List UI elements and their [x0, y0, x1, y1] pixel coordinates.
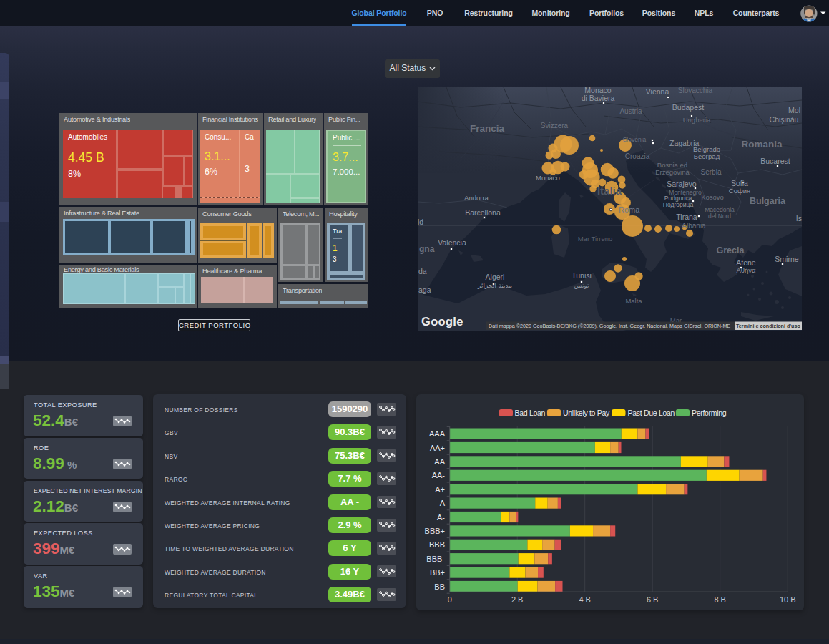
svg-text:Albania: Albania	[682, 222, 706, 230]
svg-text:AA-: AA-	[432, 471, 446, 479]
svg-text:Ungheria: Ungheria	[683, 116, 711, 124]
svg-text:4 B: 4 B	[579, 595, 591, 604]
svg-text:Slovacchia: Slovacchia	[678, 87, 713, 94]
svg-text:Termini e condizioni d'uso: Termini e condizioni d'uso	[736, 323, 800, 329]
svg-text:Vienna: Vienna	[646, 87, 669, 96]
svg-text:AA: AA	[434, 457, 445, 466]
svg-text:Budapest: Budapest	[672, 103, 704, 112]
svg-text:Београд: Београд	[694, 152, 720, 160]
svg-text:تونس: تونس	[574, 282, 589, 289]
svg-text:del Nord: del Nord	[708, 213, 731, 220]
svg-text:Malta: Malta	[625, 297, 642, 305]
svg-text:Mol: Mol	[788, 106, 800, 114]
svg-text:6 B: 6 B	[647, 595, 659, 604]
svg-text:Algeri: Algeri	[486, 273, 505, 281]
svg-text:Italia: Italia	[597, 185, 622, 197]
svg-text:0: 0	[448, 595, 452, 604]
svg-text:aga: aga	[418, 286, 431, 294]
svg-text:Slovenia: Slovenia	[623, 136, 647, 143]
svg-text:Past Due Loan: Past Due Loan	[628, 409, 675, 417]
svg-text:A: A	[440, 499, 446, 507]
svg-text:10 B: 10 B	[780, 595, 796, 604]
svg-text:Mar Tirreno: Mar Tirreno	[578, 235, 613, 243]
svg-text:Andorra: Andorra	[464, 194, 489, 202]
svg-text:Unlikely to Pay: Unlikely to Pay	[563, 409, 610, 417]
svg-text:Tunisi: Tunisi	[572, 271, 592, 280]
svg-text:di Baviera: di Baviera	[582, 94, 615, 102]
svg-text:مدينة الجزائر: مدينة الجزائر	[477, 282, 512, 289]
svg-text:Serbia: Serbia	[701, 168, 722, 176]
svg-text:Svizzera: Svizzera	[541, 122, 569, 130]
svg-text:Sarajevo: Sarajevo	[667, 180, 697, 188]
svg-text:A+: A+	[435, 485, 445, 494]
svg-text:Austria: Austria	[619, 107, 642, 115]
svg-text:id: id	[418, 218, 423, 226]
svg-text:BB: BB	[434, 582, 445, 591]
svg-text:Monaco: Monaco	[536, 174, 560, 182]
svg-text:Bad Loan: Bad Loan	[515, 409, 546, 417]
svg-text:Chişinǎu: Chişinǎu	[770, 115, 799, 124]
svg-text:Google: Google	[421, 315, 463, 328]
svg-text:BB+: BB+	[430, 568, 445, 577]
svg-text:Dati mappa ©2020 GeoBasis-DE/B: Dati mappa ©2020 GeoBasis-DE/BKG (©2009)…	[489, 323, 730, 329]
svg-text:BBB-: BBB-	[426, 555, 445, 563]
svg-text:8 B: 8 B	[714, 595, 726, 604]
svg-text:Valencia: Valencia	[438, 238, 466, 247]
svg-text:Grecia: Grecia	[717, 245, 745, 255]
svg-text:Tirana: Tirana	[676, 213, 697, 221]
svg-text:Bucarest: Bucarest	[760, 157, 790, 165]
svg-text:A-: A-	[437, 513, 445, 522]
svg-text:2 B: 2 B	[511, 595, 524, 604]
svg-text:Performing: Performing	[692, 409, 727, 417]
svg-text:da: da	[418, 267, 427, 275]
svg-text:Barcellona: Barcellona	[465, 208, 501, 217]
svg-text:Francia: Francia	[470, 123, 505, 134]
svg-text:Romania: Romania	[741, 139, 783, 150]
svg-text:София: София	[729, 187, 750, 195]
svg-text:Is: Is	[796, 214, 802, 223]
svg-text:Smirne: Smirne	[775, 255, 798, 263]
svg-text:Erzegovina: Erzegovina	[655, 168, 690, 176]
svg-text:AA+: AA+	[430, 444, 445, 452]
svg-text:Kosovo: Kosovo	[701, 193, 724, 201]
svg-text:gna: gna	[419, 244, 435, 254]
svg-text:BBB: BBB	[429, 540, 445, 549]
svg-text:AAA: AAA	[429, 429, 446, 438]
svg-text:Подгорица: Подгорица	[663, 201, 694, 208]
svg-text:BBB+: BBB+	[425, 527, 445, 535]
svg-text:Croazia: Croazia	[625, 152, 650, 160]
svg-text:Αθήνα: Αθήνα	[736, 266, 756, 274]
svg-text:Bulgaria: Bulgaria	[750, 196, 786, 206]
svg-text:Roma: Roma	[619, 205, 640, 214]
